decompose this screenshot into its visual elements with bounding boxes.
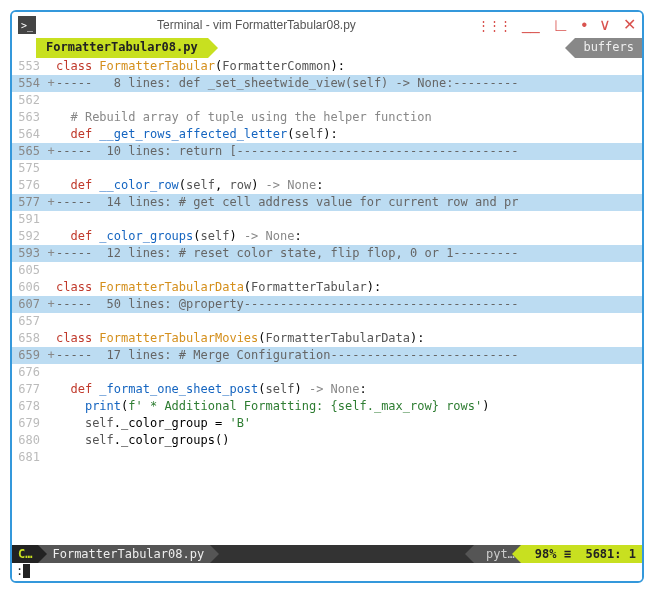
close-button[interactable]: ✕ <box>623 17 636 33</box>
status-position: 98% ≡ 5681: 1 <box>521 545 642 563</box>
code-line[interactable]: 679 self._color_group = 'B' <box>12 415 642 432</box>
line-number: 591 <box>12 211 46 228</box>
fold-column <box>46 211 56 228</box>
fold-toggle-icon[interactable]: + <box>46 75 56 92</box>
editor-area[interactable]: 553 class FormatterTabular(FormatterComm… <box>12 58 642 545</box>
line-content: ----- 12 lines: # reset color state, fli… <box>56 245 642 262</box>
line-content <box>56 262 642 279</box>
status-mode: C… <box>12 545 38 563</box>
line-number: 678 <box>12 398 46 415</box>
line-number: 592 <box>12 228 46 245</box>
line-number: 681 <box>12 449 46 466</box>
fold-column <box>46 449 56 466</box>
fold-column <box>46 126 56 143</box>
code-line[interactable]: 676 <box>12 364 642 381</box>
fold-line[interactable]: 554+----- 8 lines: def _set_sheetwide_vi… <box>12 75 642 92</box>
line-content: self._color_groups() <box>56 432 642 449</box>
window-controls: ⋮⋮⋮ __ ∟ • ∨ ✕ <box>477 16 636 34</box>
line-content <box>56 449 642 466</box>
line-number: 553 <box>12 58 46 75</box>
line-number: 562 <box>12 92 46 109</box>
restore-button[interactable]: ∟ <box>552 16 570 34</box>
buffers-label[interactable]: buffers <box>575 38 642 58</box>
active-tab[interactable]: FormatterTabular08.py <box>36 38 208 58</box>
fold-toggle-icon[interactable]: + <box>46 194 56 211</box>
line-number: 659 <box>12 347 46 364</box>
line-content: print(f' * Additional Formatting: {self.… <box>56 398 642 415</box>
line-content: def __color_row(self, row) -> None: <box>56 177 642 194</box>
line-number: 679 <box>12 415 46 432</box>
line-content: class FormatterTabularData(FormatterTabu… <box>56 279 642 296</box>
code-line[interactable]: 576 def __color_row(self, row) -> None: <box>12 177 642 194</box>
command-line[interactable]: : <box>12 563 642 581</box>
fold-column <box>46 160 56 177</box>
line-number: 565 <box>12 143 46 160</box>
fold-line[interactable]: 577+----- 14 lines: # get cell address v… <box>12 194 642 211</box>
code-line[interactable]: 563 # Rebuild array of tuple using the h… <box>12 109 642 126</box>
line-content: class FormatterTabular(FormatterCommon): <box>56 58 642 75</box>
fold-column <box>46 432 56 449</box>
titlebar[interactable]: >_ Terminal - vim FormatterTabular08.py … <box>12 12 642 38</box>
line-number: 676 <box>12 364 46 381</box>
fold-line[interactable]: 659+----- 17 lines: # Merge Configuratio… <box>12 347 642 364</box>
fold-column <box>46 228 56 245</box>
buffer-tab-bar: FormatterTabular08.py buffers <box>12 38 642 58</box>
line-number: 677 <box>12 381 46 398</box>
minimize-button[interactable]: __ <box>522 17 540 33</box>
fold-line[interactable]: 565+----- 10 lines: return [------------… <box>12 143 642 160</box>
line-content <box>56 92 642 109</box>
line-content: ----- 8 lines: def _set_sheetwide_view(s… <box>56 75 642 92</box>
fold-toggle-icon[interactable]: + <box>46 143 56 160</box>
line-content: ----- 10 lines: return [----------------… <box>56 143 642 160</box>
fold-column <box>46 279 56 296</box>
window-title: Terminal - vim FormatterTabular08.py <box>42 18 471 32</box>
line-number: 576 <box>12 177 46 194</box>
code-line[interactable]: 678 print(f' * Additional Formatting: {s… <box>12 398 642 415</box>
fold-toggle-icon[interactable]: + <box>46 245 56 262</box>
code-line[interactable]: 605 <box>12 262 642 279</box>
line-number: 605 <box>12 262 46 279</box>
line-number: 577 <box>12 194 46 211</box>
code-line[interactable]: 591 <box>12 211 642 228</box>
line-content: def __get_rows_affected_letter(self): <box>56 126 642 143</box>
pin-icon[interactable]: ⋮⋮⋮ <box>477 19 510 32</box>
line-number: 657 <box>12 313 46 330</box>
code-line[interactable]: 681 <box>12 449 642 466</box>
fold-column <box>46 381 56 398</box>
fold-column <box>46 398 56 415</box>
status-filename: FormatterTabular08.py <box>38 545 210 563</box>
maximize-button[interactable]: • <box>581 17 587 33</box>
code-line[interactable]: 657 <box>12 313 642 330</box>
fold-toggle-icon[interactable]: + <box>46 296 56 313</box>
terminal-window: >_ Terminal - vim FormatterTabular08.py … <box>10 10 644 583</box>
line-number: 564 <box>12 126 46 143</box>
fold-toggle-icon[interactable]: + <box>46 347 56 364</box>
fold-column <box>46 109 56 126</box>
code-line[interactable]: 564 def __get_rows_affected_letter(self)… <box>12 126 642 143</box>
line-content: class FormatterTabularMovies(FormatterTa… <box>56 330 642 347</box>
line-content: ----- 50 lines: @property---------------… <box>56 296 642 313</box>
code-line[interactable]: 606 class FormatterTabularData(Formatter… <box>12 279 642 296</box>
fold-line[interactable]: 593+----- 12 lines: # reset color state,… <box>12 245 642 262</box>
terminal-icon: >_ <box>18 16 36 34</box>
menu-button[interactable]: ∨ <box>599 17 611 33</box>
line-content: def _color_groups(self) -> None: <box>56 228 642 245</box>
fold-line[interactable]: 607+----- 50 lines: @property-----------… <box>12 296 642 313</box>
code-line[interactable]: 680 self._color_groups() <box>12 432 642 449</box>
code-line[interactable]: 658 class FormatterTabularMovies(Formatt… <box>12 330 642 347</box>
fold-column <box>46 313 56 330</box>
code-line[interactable]: 575 <box>12 160 642 177</box>
fold-column <box>46 92 56 109</box>
status-spacer <box>210 545 474 563</box>
line-content: def _format_one_sheet_post(self) -> None… <box>56 381 642 398</box>
line-number: 575 <box>12 160 46 177</box>
line-content <box>56 211 642 228</box>
line-number: 606 <box>12 279 46 296</box>
code-line[interactable]: 553 class FormatterTabular(FormatterComm… <box>12 58 642 75</box>
code-line[interactable]: 592 def _color_groups(self) -> None: <box>12 228 642 245</box>
code-line[interactable]: 562 <box>12 92 642 109</box>
code-line[interactable]: 677 def _format_one_sheet_post(self) -> … <box>12 381 642 398</box>
fold-column <box>46 177 56 194</box>
line-content <box>56 364 642 381</box>
line-number: 554 <box>12 75 46 92</box>
